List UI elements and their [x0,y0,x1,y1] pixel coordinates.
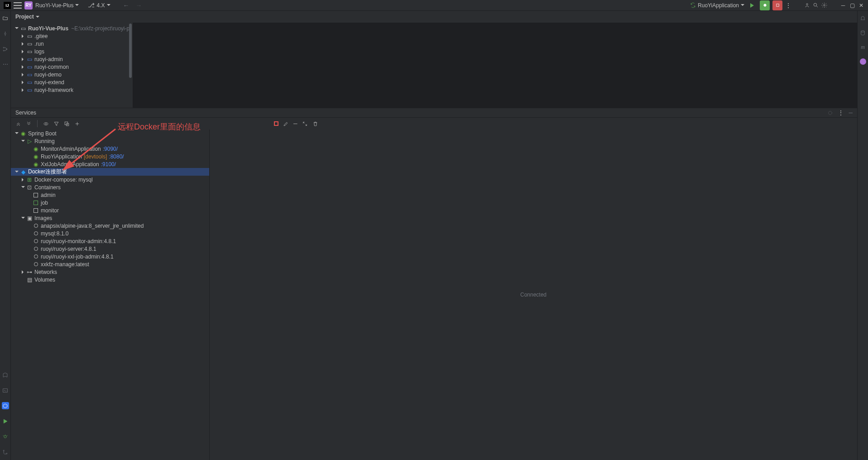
close-button[interactable]: ✕ [858,2,864,9]
services-tree[interactable]: ◉ Spring Boot ▷ Running ◉ MonitorAdminAp… [11,129,209,460]
chevron-down-icon[interactable] [36,16,39,19]
docker-compose-node[interactable]: ⊞ Docker-compose: mysql [11,176,209,183]
debug-tool-icon[interactable] [2,433,9,440]
expand-icon[interactable] [20,50,26,53]
settings-icon[interactable] [821,2,827,8]
structure-tool-icon[interactable] [2,45,9,53]
folder-row[interactable]: ▭ logs [11,48,133,55]
folder-row[interactable]: ▭ ruoyi-admin [11,55,133,63]
folder-row[interactable]: ▭ ruoyi-framework [11,86,133,94]
image-row[interactable]: ruoyi/ruoyi-server:4.8.1 [11,245,209,253]
folder-row[interactable]: ▭ .gitee [11,32,133,40]
expand-icon[interactable] [20,42,26,46]
delete-icon[interactable]: ─ [293,120,297,127]
filter-icon[interactable] [53,121,59,127]
expand-icon[interactable] [20,139,26,144]
image-row[interactable]: ruoyi/ruoyi-xxl-job-admin:4.8.1 [11,253,209,260]
main-menu-button[interactable] [14,2,22,9]
edit-config-icon[interactable] [283,121,289,127]
networks-node[interactable]: ⊶ Networks [11,268,209,276]
image-row[interactable]: mysql:8.1.0 [11,230,209,237]
database-icon[interactable] [859,29,867,36]
trash-icon[interactable] [312,121,318,127]
stop-container-button[interactable] [274,121,278,126]
folder-row[interactable]: ▭ .run [11,40,133,48]
app-row[interactable]: ◉ RuoYiApplication [devtools] :8080/ [11,153,209,160]
expand-icon[interactable] [20,34,26,38]
folder-row[interactable]: ▭ ruoyi-common [11,63,133,71]
project-panel-title[interactable]: Project [15,14,34,20]
services-tool-icon[interactable] [2,402,9,409]
git-branch-selector[interactable]: ⎇ 4.X [88,2,110,9]
image-row[interactable]: xxkfz-manage:latest [11,260,209,268]
minimize-button[interactable]: ─ [840,2,846,9]
collapse-all-icon[interactable] [26,121,32,127]
scrollbar-thumb[interactable] [129,24,132,78]
running-node[interactable]: ▷ Running [11,137,209,145]
folder-name: ruoyi-common [34,64,69,70]
vcs-tool-icon[interactable] [2,448,9,455]
expand-icon[interactable] [20,270,26,274]
hide-button[interactable]: ─ [849,110,853,116]
expand-icon[interactable] [20,58,26,61]
node-label: Containers [34,184,61,191]
build-tool-icon[interactable] [2,371,9,379]
notifications-icon[interactable] [859,14,867,22]
node-label: Spring Boot [28,130,57,137]
nav-back-button[interactable]: ← [121,2,131,9]
expand-icon[interactable] [14,26,20,31]
run-config-selector[interactable]: RuoYiApplication [690,2,744,9]
expand-icon[interactable] [20,216,26,220]
expand-icon[interactable] [20,73,26,77]
more-tool-icon[interactable]: ⋯ [2,61,9,68]
container-row[interactable]: job [11,199,209,206]
app-row[interactable]: ◉ MonitorAdminApplication :9090/ [11,145,209,153]
show-icon[interactable] [43,121,49,127]
container-row[interactable]: admin [11,191,209,199]
expand-icon[interactable] [20,65,26,69]
commit-tool-icon[interactable] [2,30,9,37]
container-row[interactable]: monitor [11,206,209,214]
image-row[interactable]: anapsix/alpine-java:8_server_jre_unlimit… [11,222,209,230]
project-selector[interactable]: RuoYi-Vue-Plus [35,2,79,9]
app-row[interactable]: ◉ XxlJobAdminApplication :9100/ [11,160,209,168]
svg-point-2 [806,4,808,5]
code-with-me-icon[interactable] [804,2,810,8]
expand-all-icon[interactable] [15,121,21,127]
expand-icon[interactable] [20,178,26,182]
expand-icon[interactable] [20,185,26,190]
more-actions-button[interactable]: ⋮ [785,2,791,9]
expand-icon[interactable] [14,131,20,136]
bug-icon [762,2,768,8]
maven-icon[interactable]: m [859,43,867,51]
terminal-tool-icon[interactable] [2,387,9,394]
folder-row[interactable]: ▭ ruoyi-extend [11,78,133,86]
more-icon[interactable]: ⋮ [838,109,844,116]
volumes-node[interactable]: ▤ Volumes [11,276,209,283]
add-icon[interactable] [74,121,80,127]
docker-connection-node[interactable]: ◆ Docker连接部署 [11,168,209,176]
search-icon[interactable] [813,2,819,8]
settings-icon[interactable] [827,110,833,116]
containers-node[interactable]: ⊡ Containers [11,183,209,191]
project-tree[interactable]: ▭ RuoYi-Vue-Plus ~E:\xxkfz-project\ruoyi… [11,23,133,108]
expand-icon[interactable] [14,169,20,174]
expand-icon[interactable] [20,88,26,92]
new-window-icon[interactable] [64,121,70,127]
project-root-row[interactable]: ▭ RuoYi-Vue-Plus ~E:\xxkfz-project\ruoyi… [11,24,133,32]
expand-icon[interactable] [302,121,308,127]
nav-forward-button[interactable]: → [134,2,144,9]
folder-row[interactable]: ▭ ruoyi-demo [11,71,133,78]
debug-button[interactable] [760,0,770,10]
expand-icon[interactable] [20,81,26,84]
run-tool-icon[interactable] [2,417,9,425]
ai-assistant-icon[interactable] [859,58,867,65]
run-button[interactable] [747,0,757,10]
image-row[interactable]: ruoyi/ruoyi-monitor-admin:4.8.1 [11,237,209,245]
images-node[interactable]: ▣ Images [11,214,209,222]
spring-boot-node[interactable]: ◉ Spring Boot [11,129,209,137]
stop-button[interactable] [772,0,782,10]
project-tool-icon[interactable] [2,14,9,22]
services-panel-title[interactable]: Services [15,110,36,116]
maximize-button[interactable]: ▢ [849,2,855,9]
